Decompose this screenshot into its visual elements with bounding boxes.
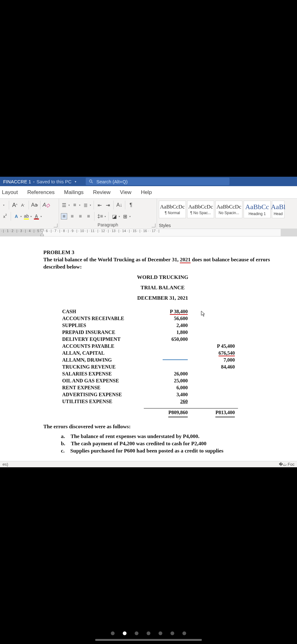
pager-dot[interactable] bbox=[135, 631, 138, 635]
ribbon: ▾ A^ Aˇ Aa▾ A◇ x2 A▾ ab▾ A▾ bbox=[0, 199, 297, 229]
carousel-pager[interactable] bbox=[0, 631, 297, 635]
pager-dot[interactable] bbox=[170, 631, 174, 635]
tab-help[interactable]: Help bbox=[141, 189, 152, 196]
shading-button[interactable]: ◪ bbox=[111, 213, 117, 219]
separator bbox=[94, 201, 94, 209]
justify-button[interactable]: ≡ bbox=[85, 213, 92, 219]
horizontal-ruler[interactable]: · 1 · | · · | · 1 · 2 · | · 3 · | · 4 · … bbox=[0, 229, 297, 236]
font-dialog-launcher[interactable] bbox=[54, 224, 57, 227]
decrease-indent-button[interactable]: ⇤ bbox=[96, 202, 103, 208]
bullets-button[interactable]: ☰ bbox=[61, 202, 67, 208]
chevron-down-icon[interactable]: ▾ bbox=[90, 204, 91, 207]
chevron-down-icon[interactable]: ▾ bbox=[20, 215, 22, 218]
separator bbox=[108, 212, 109, 221]
focus-icon: �ث bbox=[279, 462, 287, 467]
viewport: FINACCRE 1 - Saved to this PC ▾ Search (… bbox=[0, 0, 297, 644]
table-row: UTILITIES EXPENSE260 bbox=[62, 398, 254, 405]
sort-button[interactable]: A↓ bbox=[116, 202, 122, 208]
table-row: ADVERTISING EXPENSE3,400 bbox=[62, 391, 254, 398]
home-indicator[interactable] bbox=[95, 639, 202, 641]
tab-references[interactable]: References bbox=[27, 189, 55, 196]
errors-heading: The errors discovered were as follows: bbox=[43, 423, 282, 430]
first-line-indent-icon[interactable] bbox=[40, 229, 44, 233]
chevron-down-icon[interactable]: ▾ bbox=[79, 204, 80, 207]
status-focus[interactable]: �ث Foc bbox=[279, 462, 294, 467]
tb-company: WORLD TRUCKING bbox=[43, 274, 282, 281]
hanging-indent-icon[interactable] bbox=[40, 233, 44, 236]
styles-group-label: Styles bbox=[159, 223, 295, 228]
separator bbox=[29, 201, 29, 209]
intro-text: The trial balance of the World Trucking … bbox=[43, 256, 282, 271]
chevron-down-icon[interactable]: ▾ bbox=[40, 215, 42, 218]
table-row: CASHP 38,400 bbox=[62, 308, 254, 315]
highlight-button[interactable]: ab bbox=[24, 214, 29, 219]
title-bar: FINACCRE 1 - Saved to this PC ▾ Search (… bbox=[0, 177, 297, 186]
align-center-button[interactable]: ≡ bbox=[69, 213, 75, 219]
align-left-button[interactable]: ≡ bbox=[61, 213, 67, 219]
table-row: DELIVERY EQUIPMENT650,000 bbox=[62, 336, 254, 343]
status-left: es) bbox=[3, 462, 8, 467]
search-input[interactable]: Search (Alt+Q) bbox=[86, 178, 230, 185]
shrink-font-button[interactable]: Aˇ bbox=[20, 202, 26, 208]
pager-dot[interactable] bbox=[111, 631, 115, 635]
list-item: c.Supplies purchased for P600 had been p… bbox=[61, 447, 282, 455]
separator bbox=[113, 201, 114, 209]
separator bbox=[94, 212, 94, 221]
year-underlined: 2021 bbox=[180, 257, 191, 263]
text-effects-button[interactable]: A bbox=[14, 214, 19, 219]
grow-font-button[interactable]: A^ bbox=[12, 202, 18, 208]
separator bbox=[9, 201, 9, 209]
chevron-down-icon[interactable]: ▾ bbox=[129, 215, 131, 218]
svg-point-0 bbox=[89, 180, 92, 182]
multilevel-list-button[interactable]: ≣ bbox=[82, 202, 89, 208]
tb-date: DECEMBER 31, 2021 bbox=[43, 295, 282, 302]
chevron-down-icon[interactable]: ▾ bbox=[105, 215, 106, 218]
style-no-spacing[interactable]: AaBbCcDc ¶ No Spac... bbox=[187, 201, 214, 218]
line-spacing-button[interactable]: ‡≡ bbox=[97, 213, 103, 219]
paragraph-group: ☰▾ ≡▾ ≣▾ ⇤ ⇥ A↓ ¶ ≡ ≡ ≡ bbox=[59, 199, 157, 229]
numbering-button[interactable]: ≡ bbox=[72, 202, 78, 208]
paragraph-dialog-launcher[interactable] bbox=[152, 224, 155, 227]
align-right-button[interactable]: ≡ bbox=[77, 213, 84, 219]
clear-formatting-button[interactable]: A◇ bbox=[43, 202, 49, 208]
superscript-button[interactable]: x2 bbox=[2, 213, 8, 219]
pager-dot[interactable] bbox=[147, 631, 150, 635]
document-name: FINACCRE 1 bbox=[3, 179, 31, 184]
svg-line-1 bbox=[92, 182, 93, 183]
tab-view[interactable]: View bbox=[120, 189, 132, 196]
change-case-button[interactable]: Aa▾ bbox=[31, 202, 38, 208]
pager-dot[interactable] bbox=[182, 631, 186, 635]
increase-indent-button[interactable]: ⇥ bbox=[105, 202, 111, 208]
tab-review[interactable]: Review bbox=[93, 189, 111, 196]
problem-heading: PROBLEM 3 bbox=[43, 249, 282, 256]
table-row: RENT EXPENSE6,000 bbox=[62, 384, 254, 391]
table-row: SALARIES EXPENSE26,000 bbox=[62, 370, 254, 377]
search-icon bbox=[89, 179, 93, 184]
pager-dot-active[interactable] bbox=[123, 631, 127, 635]
table-row: PREPAID INSURANCE1,800 bbox=[62, 329, 254, 336]
chevron-down-icon[interactable]: ▾ bbox=[119, 215, 120, 218]
ruler-ticks: · 1 · | · · | · 1 · 2 · | · 3 · | · 4 · … bbox=[0, 229, 159, 236]
font-dropdown-icon[interactable]: ▾ bbox=[1, 202, 6, 208]
paragraph-group-label: Paragraph bbox=[61, 222, 155, 228]
table-row: TRUCKING REVENUE84,460 bbox=[62, 364, 254, 370]
chevron-down-icon[interactable]: ▾ bbox=[68, 204, 70, 207]
pager-dot[interactable] bbox=[159, 631, 162, 635]
borders-button[interactable]: ⊞ bbox=[122, 213, 128, 219]
save-status: Saved to this PC bbox=[36, 179, 72, 184]
tb-title: TRIAL BALANCE bbox=[43, 284, 282, 291]
svg-marker-2 bbox=[40, 229, 44, 232]
style-heading-1[interactable]: AaBbCc Heading 1 bbox=[244, 201, 271, 218]
style-no-spacing-2[interactable]: AaBbCcDc No Spacin... bbox=[215, 201, 242, 218]
tab-mailings[interactable]: Mailings bbox=[64, 189, 84, 196]
style-normal[interactable]: AaBbCcDc ¶ Normal bbox=[159, 201, 186, 218]
chevron-down-icon[interactable]: ▾ bbox=[30, 215, 32, 218]
tab-layout[interactable]: Layout bbox=[2, 189, 18, 196]
title-dropdown-icon[interactable]: ▾ bbox=[75, 180, 76, 183]
show-marks-button[interactable]: ¶ bbox=[128, 202, 134, 208]
font-color-button[interactable]: A bbox=[34, 214, 39, 219]
style-heading-2[interactable]: AaBl Head bbox=[272, 201, 284, 218]
list-item: b.The cash payment of P4,200 was credite… bbox=[61, 440, 282, 447]
autosave-separator: - bbox=[33, 179, 35, 184]
document-page[interactable]: PROBLEM 3 The trial balance of the World… bbox=[0, 236, 297, 461]
